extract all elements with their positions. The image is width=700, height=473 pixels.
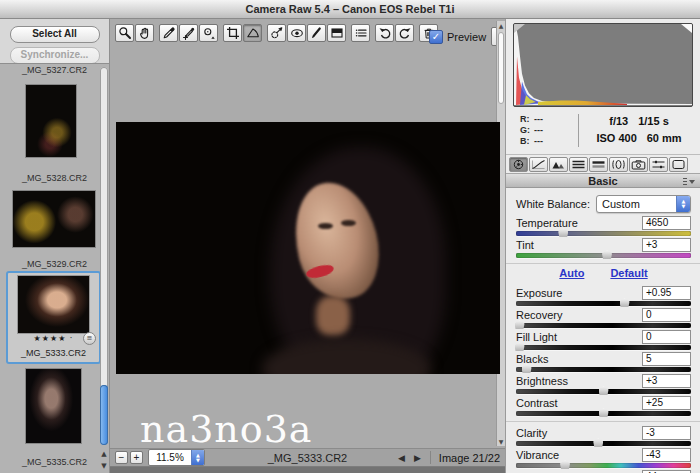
tab-snapshots[interactable] [669, 157, 688, 172]
hand-tool-icon[interactable] [135, 24, 154, 42]
filmstrip-item-label: _MG_5327.CR2 [0, 65, 109, 75]
subject-eye [318, 223, 333, 229]
adjustment-brush-tool-icon[interactable] [307, 24, 326, 42]
targeted-adjustment-tool-icon[interactable] [199, 24, 218, 42]
filmstrip-thumbnail[interactable] [13, 191, 95, 247]
slider-value-contrast[interactable]: +25 [642, 396, 691, 410]
crop-tool-icon[interactable] [223, 24, 242, 42]
slider-row-blacks: Blacks5 [516, 351, 691, 373]
white-balance-select[interactable]: Custom ▲▼ [596, 195, 691, 213]
red-eye-tool-icon[interactable] [287, 24, 306, 42]
filmstrip-item-label: _MG_5329.CR2 [0, 259, 109, 269]
next-image-icon[interactable]: ▶ [414, 453, 426, 463]
image-counter: Image 21/22 [439, 452, 500, 464]
preview-checkbox[interactable]: ✓ [429, 30, 443, 44]
graduated-filter-tool-icon[interactable] [327, 24, 346, 42]
zoom-level-select[interactable]: 11.5% ▲▼ [148, 449, 205, 466]
white-balance-tool-icon[interactable] [159, 24, 178, 42]
select-stepper-icon[interactable]: ▲▼ [676, 196, 690, 212]
auto-link[interactable]: Auto [559, 267, 584, 279]
slider-track-brightness[interactable] [516, 389, 691, 394]
slider-value-exposure[interactable]: +0.95 [642, 286, 691, 300]
slider-row-brightness: Brightness+3 [516, 373, 691, 395]
slider-label-tint: Tint [516, 239, 534, 251]
default-link[interactable]: Default [610, 267, 647, 279]
slider-label-contrast: Contrast [516, 397, 558, 409]
presence-sliders: Clarity-3Vibrance-43Saturation44 [516, 425, 691, 473]
preferences-icon[interactable] [351, 24, 370, 42]
select-all-button[interactable]: Select All [10, 26, 100, 43]
filmstrip-thumbnail[interactable] [18, 276, 89, 333]
tab-lens-corrections[interactable] [609, 157, 628, 172]
slider-value-saturation[interactable]: 44 [642, 470, 691, 473]
panel-menu-icon[interactable] [683, 178, 695, 185]
slider-track-recovery[interactable] [516, 323, 691, 328]
slider-track-contrast[interactable] [516, 411, 691, 416]
rotate-right-icon[interactable] [395, 24, 414, 42]
slider-value-brightness[interactable]: +3 [642, 374, 691, 388]
synchronize-button[interactable]: Synchronize... [10, 47, 100, 64]
filmstrip-panel: Select All Synchronize... _MG_5327.CR2 _… [0, 19, 110, 473]
slider-track-fill-light[interactable] [516, 345, 691, 350]
scroll-down-icon[interactable]: ▼ [497, 438, 505, 445]
slider-track-temperature[interactable] [516, 231, 691, 236]
filmstrip-item-selected[interactable]: ★★★★ · ≡ _MG_5333.CR2 [6, 271, 101, 364]
tab-tone-curve[interactable] [529, 157, 548, 172]
preview-image[interactable] [116, 122, 500, 374]
zoom-level-value: 11.5% [149, 450, 191, 465]
filmstrip-thumbnail[interactable] [26, 85, 76, 157]
slider-value-recovery[interactable]: 0 [642, 308, 691, 322]
slider-label-vibrance: Vibrance [516, 449, 559, 461]
zoom-out-button[interactable]: − [115, 451, 128, 464]
slider-label-fill-light: Fill Light [516, 331, 557, 343]
tab-split-toning[interactable] [589, 157, 608, 172]
canvas-scrollbar-thumb[interactable] [498, 32, 504, 104]
slider-value-blacks[interactable]: 5 [642, 352, 691, 366]
tab-hsl-grayscale[interactable] [569, 157, 588, 172]
subject-eye [341, 220, 356, 226]
scroll-up-icon[interactable]: ▲ [497, 22, 505, 29]
slider-track-vibrance[interactable] [516, 463, 691, 468]
spot-removal-tool-icon[interactable] [267, 24, 286, 42]
slider-track-clarity[interactable] [516, 441, 691, 446]
tab-camera-calibration[interactable] [629, 157, 648, 172]
shot-settings: f/131/15 s ISO 40060 mm [584, 113, 694, 147]
filmstrip-thumbnail[interactable] [26, 369, 81, 443]
slider-row-recovery: Recovery0 [516, 307, 691, 329]
slider-track-tint[interactable] [516, 253, 691, 258]
tab-detail[interactable] [549, 157, 568, 172]
slider-value-fill-light[interactable]: 0 [642, 330, 691, 344]
slider-label-brightness: Brightness [516, 375, 568, 387]
tab-basic[interactable] [509, 157, 528, 172]
filmstrip-scrollbar[interactable] [100, 67, 108, 445]
exif-info: R:--- G:--- B:--- f/131/15 s ISO 40060 m… [506, 111, 700, 153]
slider-track-blacks[interactable] [516, 367, 691, 372]
slider-label-clarity: Clarity [516, 427, 547, 439]
filmstrip-scrollbar-thumb[interactable] [100, 385, 108, 445]
preview-canvas-area: ✓ Preview ▲ ▼ na3no3a − + 11.5% ▲▼ _MG_5… [110, 19, 505, 473]
white-balance-value: Custom [597, 198, 676, 210]
color-sampler-tool-icon[interactable] [179, 24, 198, 42]
slider-label-temperature: Temperature [516, 217, 578, 229]
slider-value-tint[interactable]: +3 [642, 238, 691, 252]
focal-length-value: 60 mm [647, 132, 682, 144]
highlight-clipping-icon[interactable] [681, 24, 692, 33]
scroll-up-icon[interactable]: ▲ [99, 449, 109, 460]
slider-value-clarity[interactable]: -3 [642, 426, 691, 440]
previous-image-icon[interactable]: ◀ [398, 453, 410, 463]
slider-label-recovery: Recovery [516, 309, 562, 321]
slider-track-exposure[interactable] [516, 301, 691, 306]
rotate-left-icon[interactable] [375, 24, 394, 42]
scroll-down-icon[interactable]: ▼ [99, 461, 109, 472]
zoom-tool-icon[interactable] [115, 24, 134, 42]
tab-presets[interactable] [649, 157, 668, 172]
slider-value-vibrance[interactable]: -43 [642, 448, 691, 462]
slider-value-temperature[interactable]: 4650 [642, 216, 691, 230]
straighten-tool-icon[interactable] [243, 24, 262, 42]
slider-row-fill-light: Fill Light0 [516, 329, 691, 351]
slider-row-contrast: Contrast+25 [516, 395, 691, 417]
zoom-in-button[interactable]: + [130, 451, 143, 464]
shadow-clipping-icon[interactable] [514, 24, 525, 33]
zoom-level-stepper-icon[interactable]: ▲▼ [191, 450, 204, 465]
slider-row-tint: Tint+3 [516, 237, 691, 259]
